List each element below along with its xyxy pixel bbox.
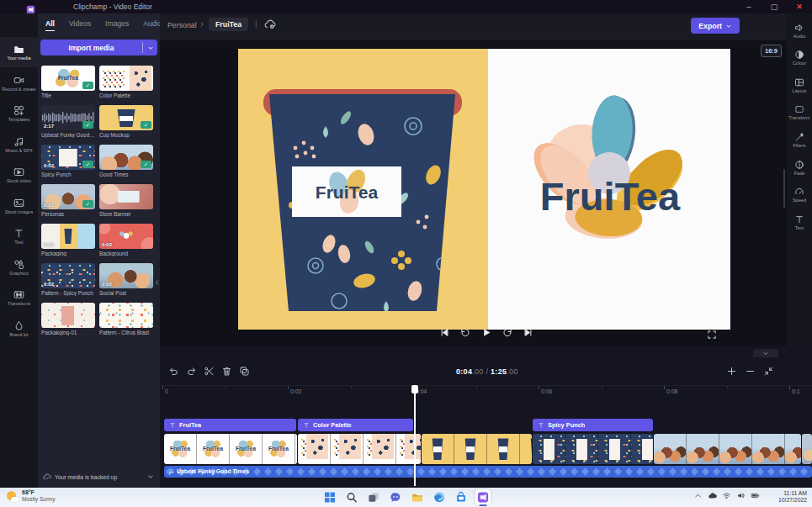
media-item-social-post[interactable]: 0:02Social Post bbox=[99, 263, 153, 296]
media-item-good-times[interactable]: ✓Good Times bbox=[99, 145, 153, 177]
media-item-label: Social Post bbox=[99, 290, 153, 296]
backup-status[interactable]: Your media is backed up bbox=[38, 469, 160, 484]
media-item-background[interactable]: 0:02Background bbox=[99, 224, 153, 256]
tool-layout[interactable]: Layout bbox=[787, 72, 812, 98]
media-item-personas[interactable]: 0:02✓Personas bbox=[41, 184, 95, 217]
taskbar-app-file-explorer[interactable] bbox=[409, 489, 425, 505]
tool-filters[interactable]: Filters bbox=[787, 127, 812, 152]
timeline-tracks: FruiTeaColor PaletteSpicy PunchFruiTeaFr… bbox=[160, 346, 812, 488]
media-item-pattern-citrus-blast[interactable]: Pattern - Citrus Blast bbox=[99, 303, 153, 335]
sidebar-item-brand-kit[interactable]: Brand kit bbox=[0, 314, 38, 344]
taskbar-app-clipchamp[interactable] bbox=[475, 489, 491, 505]
breadcrumb-root[interactable]: Personal bbox=[167, 21, 197, 29]
sidebar-item-music-sfx[interactable]: Music & SFX bbox=[0, 129, 38, 160]
sidebar-item-stock-images[interactable]: Stock images bbox=[0, 191, 38, 221]
media-item-store-banner[interactable]: Store Banner bbox=[99, 184, 153, 217]
clip-frame bbox=[298, 434, 331, 464]
tool-text[interactable]: Text bbox=[787, 209, 812, 235]
skip-start-icon bbox=[438, 327, 449, 338]
panel-resize-handle[interactable] bbox=[783, 169, 785, 208]
sidebar-item-record-create[interactable]: Record & create bbox=[0, 68, 38, 98]
video-clip-spicy-punch[interactable] bbox=[533, 434, 653, 464]
sidebar-item-label: Transitions bbox=[1, 301, 37, 306]
preview-stage: FruiTea bbox=[160, 40, 812, 346]
windows-taskbar: 68°F Mostly Sunny 11:11 AM 10/27/2022 bbox=[0, 488, 812, 507]
import-media-button[interactable]: Import media bbox=[40, 40, 157, 55]
tab-videos[interactable]: Videos bbox=[69, 19, 91, 31]
tool-label: Audio bbox=[793, 34, 805, 39]
taskbar-app-start[interactable] bbox=[321, 489, 337, 505]
tool-audio[interactable]: Audio bbox=[787, 18, 812, 43]
duration-badge: 0:02 bbox=[44, 282, 54, 287]
tray-chevron-icon[interactable] bbox=[693, 491, 703, 500]
project-name[interactable]: FruiTea bbox=[209, 18, 248, 31]
sidebar-item-graphics[interactable]: Graphics bbox=[0, 252, 38, 283]
battery-icon[interactable] bbox=[751, 491, 760, 500]
volume-icon[interactable] bbox=[736, 491, 746, 500]
skip-end-button[interactable] bbox=[523, 326, 533, 341]
sidebar-item-templates[interactable]: Templates bbox=[0, 98, 38, 129]
close-icon[interactable]: ✕ bbox=[787, 0, 812, 13]
tool-fade[interactable]: Fade bbox=[787, 155, 812, 180]
taskbar-clock[interactable]: 11:11 AM 10/27/2022 bbox=[778, 490, 807, 504]
tool-transform[interactable]: Transform bbox=[787, 100, 812, 125]
taskbar-app-edge[interactable] bbox=[431, 489, 447, 505]
sidebar-item-transitions[interactable]: Transitions bbox=[0, 283, 38, 313]
tool-colour[interactable]: Colour bbox=[787, 45, 812, 71]
sidebar-item-your-media[interactable]: Your media bbox=[0, 37, 38, 67]
audio-icon bbox=[794, 23, 804, 33]
fullscreen-icon[interactable] bbox=[707, 330, 717, 340]
taskbar-app-search[interactable] bbox=[343, 489, 359, 505]
video-canvas[interactable]: FruiTea bbox=[238, 49, 730, 330]
tool-label: Filters bbox=[793, 143, 805, 148]
video-clip-cup-mockup[interactable] bbox=[422, 434, 532, 464]
folder-media-icon bbox=[13, 44, 24, 55]
minimize-icon[interactable]: – bbox=[736, 0, 762, 13]
aspect-ratio-badge[interactable]: 16:9 bbox=[761, 45, 782, 57]
media-item-spicy-punch[interactable]: 0:02✓Spicy Punch bbox=[41, 145, 95, 177]
export-button[interactable]: Export bbox=[691, 18, 740, 34]
video-clip-good-times[interactable] bbox=[654, 434, 801, 464]
cloud-sync-icon[interactable] bbox=[264, 18, 276, 30]
chevron-down-icon[interactable] bbox=[143, 45, 157, 51]
forward-button[interactable] bbox=[502, 326, 512, 341]
playhead[interactable] bbox=[414, 385, 416, 486]
media-item-packaging[interactable]: 0:02Packaging bbox=[41, 224, 95, 256]
play-button[interactable] bbox=[480, 326, 491, 341]
media-item-packakging-01[interactable]: Packakging-01 bbox=[41, 303, 95, 335]
text-clip-spicy-punch[interactable]: Spicy Punch bbox=[533, 419, 653, 431]
media-item-title[interactable]: FruiTea✓Title bbox=[41, 66, 95, 98]
weather-widget[interactable]: 68°F Mostly Sunny bbox=[6, 489, 56, 503]
media-item-cup-mockup[interactable]: ✓Cup Mockup bbox=[99, 105, 153, 138]
media-item-pattern-spicy-punch[interactable]: 0:02Pattern - Spicy Punch bbox=[41, 263, 95, 296]
text-clip-color-palette[interactable]: Color Palette bbox=[298, 419, 413, 431]
wifi-icon[interactable] bbox=[722, 491, 731, 500]
chevron-down-icon[interactable] bbox=[146, 473, 155, 481]
tool-speed[interactable]: Speed bbox=[787, 182, 812, 208]
tab-all[interactable]: All bbox=[45, 19, 55, 31]
tab-audio[interactable]: Audio bbox=[143, 19, 162, 31]
transform-icon bbox=[794, 104, 804, 114]
audio-clip-upbeat-funky-good-times[interactable]: Upbeat Funky Good Times bbox=[164, 466, 812, 478]
tool-label: Colour bbox=[793, 61, 806, 66]
video-clip-title[interactable]: FruiTeaFruiTeaFruiTeaFruiTeaFruiTea bbox=[164, 434, 297, 464]
rewind-button[interactable] bbox=[459, 326, 470, 341]
text-clip-fruitea[interactable]: FruiTea bbox=[164, 419, 296, 431]
sidebar-item-stock-video[interactable]: Stock video bbox=[0, 160, 38, 190]
media-item-upbeat-funky-good-tim[interactable]: 2:17✓Upbeat Funky Good Tim... bbox=[41, 105, 95, 138]
clock-time: 11:11 AM bbox=[778, 490, 807, 497]
taskbar-app-chat[interactable] bbox=[387, 489, 403, 505]
maximize-icon[interactable]: ▢ bbox=[762, 0, 787, 13]
skip-start-button[interactable] bbox=[438, 326, 449, 341]
media-item-color-palette[interactable]: ✓Color Palette bbox=[99, 66, 153, 98]
video-clip-color-palette[interactable] bbox=[298, 434, 421, 464]
sidebar-item-text[interactable]: Text bbox=[0, 221, 38, 251]
export-label: Export bbox=[698, 22, 722, 30]
onedrive-icon[interactable] bbox=[708, 491, 717, 500]
clip-frame: FruiTea bbox=[295, 434, 297, 464]
sidebar-item-label: Music & SFX bbox=[1, 148, 37, 153]
video-clip-personas[interactable] bbox=[802, 434, 812, 464]
taskbar-app-store[interactable] bbox=[453, 489, 469, 505]
taskbar-app-task-view[interactable] bbox=[365, 489, 381, 505]
tab-images[interactable]: Images bbox=[105, 19, 129, 31]
